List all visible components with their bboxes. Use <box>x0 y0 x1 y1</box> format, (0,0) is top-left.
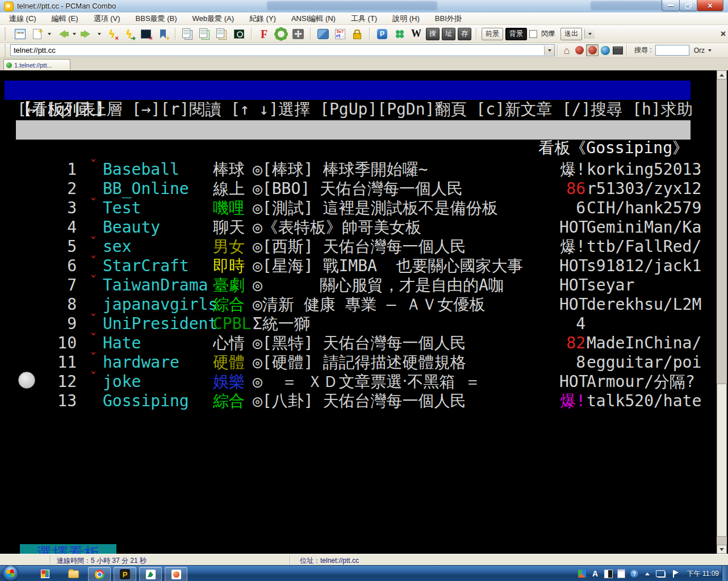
taskbar-app-green-button[interactable] <box>139 567 162 581</box>
language-bar-icon[interactable] <box>578 569 587 578</box>
minimize-button[interactable] <box>662 0 680 11</box>
pcman-app-icon[interactable] <box>4 2 14 11</box>
menu-ansi-editor[interactable]: ANSI編輯 (N) <box>291 14 336 24</box>
scrollbar-thumb[interactable] <box>717 384 727 537</box>
board-row-beauty[interactable]: 4ˇBeauty聊天◎《表特板》帥哥美女板HOTGeminiMan/Ka <box>0 199 698 218</box>
menu-bbs-favorites[interactable]: BBS最愛 (B) <box>136 14 177 24</box>
close-connection-button[interactable]: × <box>139 27 153 41</box>
action-center-flag-icon[interactable] <box>669 569 678 578</box>
board-row-japanavgirls[interactable]: 8ˇjapanavgirls綜合◎清新 健康 專業 — ＡＶ女優板HOTdere… <box>0 276 698 295</box>
forward-dropdown[interactable] <box>98 33 101 35</box>
font-button[interactable]: F <box>257 27 271 41</box>
close-button[interactable]: × <box>697 0 723 11</box>
send-button[interactable]: 送出 <box>560 28 582 40</box>
wikipedia-button[interactable]: W <box>409 27 424 41</box>
copy-ansi-button[interactable] <box>198 27 212 41</box>
home-button[interactable]: ⌂ <box>561 45 572 56</box>
addressbar-grip[interactable] <box>5 44 8 57</box>
restore-button[interactable] <box>679 0 697 11</box>
reconnect-button[interactable]: ϟ➔ <box>122 27 136 41</box>
disconnect-button[interactable]: ϟ× <box>104 27 119 41</box>
browser-a-button[interactable] <box>574 45 585 56</box>
background-color-button[interactable]: 背景 <box>505 28 527 40</box>
board-row-test[interactable]: 3Test嘰哩◎[測試] 這裡是測試板不是備份板6CIH/hank2579 <box>0 179 698 199</box>
foreground-color-button[interactable]: 前景 <box>482 28 503 40</box>
taskbar-explorer-button[interactable] <box>62 567 84 580</box>
address-input[interactable]: telnet://ptt.cc <box>10 44 555 56</box>
globe-button[interactable] <box>600 45 611 56</box>
toolbar-grip[interactable] <box>5 28 8 40</box>
red-browser-icon <box>575 46 584 54</box>
menu-help[interactable]: 說明 (H) <box>392 14 420 24</box>
ime-pad-icon[interactable] <box>617 569 626 578</box>
board-row-hate[interactable]: 10ˇHate心情◎[黑特] 天佑台灣每一個人民82MadeInChina/ <box>0 314 698 334</box>
lock-button[interactable] <box>350 27 365 41</box>
new-connection-button[interactable]: + <box>30 27 44 41</box>
taskbar-chrome-button[interactable] <box>88 567 111 581</box>
find-in-terminal-button[interactable] <box>232 27 246 41</box>
plugin-button[interactable] <box>392 27 407 41</box>
vertical-scrollbar[interactable] <box>717 70 727 554</box>
copy-button[interactable] <box>181 27 195 41</box>
pcman-home-button[interactable]: P <box>375 27 390 41</box>
taskbar-pcman-button[interactable]: P <box>114 567 136 581</box>
board-row-bb-online[interactable]: 2ˇBB_Online線上◎[BBO] 天佑台灣每一個人民86r51303/zy… <box>0 160 698 179</box>
search-engine-dropdown[interactable] <box>708 49 712 52</box>
board-row-sex[interactable]: 5sex男女◎[西斯] 天佑台灣每一個人民爆!ttb/FallRed/ <box>0 218 698 237</box>
taskbar-app-orange-button[interactable] <box>165 567 187 581</box>
menu-web-favorites[interactable]: Web最愛 (A) <box>193 14 234 24</box>
terminal-view-button[interactable] <box>612 45 624 56</box>
send-dropdown[interactable] <box>584 29 595 39</box>
menu-tools[interactable]: 工具 (T) <box>351 14 377 24</box>
add-bookmark-button[interactable]: + <box>156 27 170 41</box>
window-mode-button[interactable] <box>316 27 330 41</box>
paste-button[interactable] <box>215 27 229 41</box>
save-button[interactable]: 存 <box>458 28 471 40</box>
board-row-taiwandrama[interactable]: 7ˇTaiwanDrama臺劇◎ 關心服貿，才是自由的A咖HOTseyar <box>0 256 698 276</box>
terminal-list-button[interactable] <box>12 27 27 41</box>
red-x-overlay-icon: × <box>149 35 153 41</box>
scroll-down-button[interactable] <box>717 545 727 554</box>
menu-bbi-plugin[interactable]: BBI外掛 <box>435 14 462 24</box>
address-dropdown[interactable] <box>544 45 554 55</box>
forward-button[interactable] <box>80 27 94 41</box>
browser-b-button[interactable] <box>586 44 599 56</box>
ime-shape-icon[interactable] <box>604 569 613 578</box>
menu-options[interactable]: 選項 (V) <box>94 14 120 24</box>
ansi-color-button[interactable]: 5o?#¶→ <box>333 27 348 41</box>
back-button[interactable] <box>55 27 69 41</box>
board-row-unipresident[interactable]: 9UniPresidentCPBLΣ統一獅4 <box>0 295 698 314</box>
tab-telnet-ptt[interactable]: 1.telnet://ptt... <box>3 59 70 71</box>
unread-mark: ˇ <box>89 156 97 175</box>
terminal-list-icon <box>15 29 26 39</box>
taskbar-clock[interactable]: 下午 11:09 <box>687 566 719 581</box>
settings-button[interactable] <box>274 27 288 41</box>
hidden-icons-arrow[interactable] <box>643 569 652 578</box>
board-row-starcraft[interactable]: 6ˇStarCraft即時◎[星海] 戰IMBA 也要關心國家大事HOTs918… <box>0 237 698 256</box>
help-icon[interactable]: ? <box>630 569 639 578</box>
start-button[interactable] <box>2 565 19 581</box>
menu-connect[interactable]: 連線 (C) <box>9 14 36 24</box>
copy-color-icon <box>199 28 207 38</box>
title-bar[interactable]: telnet://ptt.cc - PCMan Combo × <box>0 0 728 13</box>
menu-edit[interactable]: 編輯 (E) <box>52 14 78 24</box>
new-connection-dropdown[interactable] <box>48 33 51 35</box>
board-row-joke[interactable]: 12ˇjoke娛樂◎ ＝ ＸＤ文章票選‧不黑箱 ＝HOTArmour/分隔? <box>0 353 698 372</box>
fullscreen-button[interactable]: ✢ <box>291 27 306 41</box>
back-dropdown[interactable] <box>73 33 76 35</box>
ime-alpha-icon[interactable]: A <box>591 569 600 578</box>
board-row-baseball[interactable]: 1Baseball棒球◎[棒球] 棒球季開始囉~爆!korking52013 <box>0 141 698 160</box>
board-row-hardware[interactable]: 11ˇhardware硬體◎[硬體] 請記得描述硬體規格8egguitar/po… <box>0 334 698 353</box>
show-desktop-button[interactable] <box>722 566 728 581</box>
menu-history[interactable]: 紀錄 (Y) <box>249 14 276 24</box>
bbs-terminal[interactable]: 【看板列表】 批踢踢實業坊 看板《Gossiping》 [←][q]回上層 [→… <box>0 70 728 554</box>
scroll-up-button[interactable] <box>717 70 727 79</box>
board-row-gossiping[interactable]: 13ˇGossiping綜合◎[八卦] 天佑台灣每一個人民爆!talk520/h… <box>0 372 698 391</box>
open-address-button[interactable]: 址 <box>442 28 455 40</box>
search-input[interactable] <box>655 45 689 56</box>
toolbar-close-button[interactable]: × <box>721 29 726 39</box>
blink-checkbox[interactable] <box>529 30 537 38</box>
network-icon[interactable] <box>656 569 665 578</box>
web-search-button[interactable]: 搜 <box>426 28 440 40</box>
taskbar-launcher-button[interactable] <box>34 567 56 580</box>
